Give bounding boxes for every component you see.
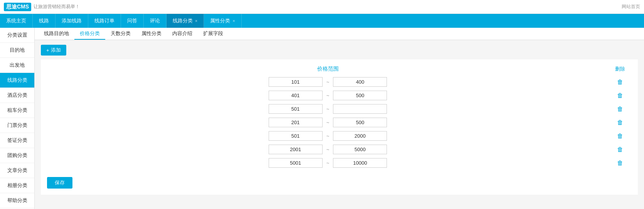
delete-icon-0[interactable]: 🗑 <box>617 79 623 86</box>
price-max-input-1[interactable] <box>333 91 387 100</box>
sub-tab-attr-category[interactable]: 属性分类 <box>136 28 167 40</box>
sidebar-item-group-buy[interactable]: 团购分类 <box>0 148 34 163</box>
price-header: 价格范围 删除 <box>47 66 632 72</box>
price-max-input-2[interactable] <box>333 104 387 114</box>
price-min-input-3[interactable] <box>269 118 323 127</box>
price-row: ~ 🗑 <box>47 91 632 100</box>
delete-col-3: 🗑 <box>609 119 632 126</box>
nav-item-review[interactable]: 评论 <box>144 14 166 28</box>
price-row: ~ 🗑 <box>47 145 632 154</box>
price-sep-3: ~ <box>326 120 330 125</box>
delete-col-4: 🗑 <box>609 133 632 140</box>
sub-tab-route-destination[interactable]: 线路目的地 <box>39 28 74 40</box>
price-section: 价格范围 删除 ~ 🗑 <box>41 59 638 195</box>
sub-tab-price-category[interactable]: 价格分类 <box>74 28 105 40</box>
price-row: ~ 🗑 <box>47 131 632 141</box>
delete-col-5: 🗑 <box>609 146 632 153</box>
price-max-input-6[interactable] <box>333 158 387 168</box>
sidebar: 分类设置 目的地 出发地 线路分类 酒店分类 租车分类 门票分类 签证分类 团购… <box>0 28 35 209</box>
nav-item-route-category[interactable]: 线路分类 × <box>166 14 204 28</box>
price-min-input-2[interactable] <box>269 104 323 114</box>
nav-item-add-route[interactable]: 添加线路 <box>55 14 88 28</box>
price-row: ~ 🗑 <box>47 77 632 87</box>
delete-icon-3[interactable]: 🗑 <box>617 119 623 126</box>
nav-item-attr-category[interactable]: 属性分类 × <box>204 14 241 28</box>
sidebar-item-album-category[interactable]: 相册分类 <box>0 178 34 193</box>
close-route-category-icon[interactable]: × <box>195 19 197 23</box>
price-max-input-5[interactable] <box>333 145 387 154</box>
price-min-input-5[interactable] <box>269 145 323 154</box>
price-sep-4: ~ <box>326 133 330 139</box>
plus-icon: + <box>46 47 49 53</box>
logo-tagline: 让旅游营销轻而易举！ <box>34 3 80 10</box>
delete-icon-6[interactable]: 🗑 <box>617 160 623 167</box>
nav-item-route-order[interactable]: 线路订单 <box>88 14 121 28</box>
price-min-input-0[interactable] <box>269 77 323 87</box>
delete-icon-1[interactable]: 🗑 <box>617 92 623 99</box>
logo-icon: 思途CMS <box>4 3 31 11</box>
add-button[interactable]: + 添加 <box>41 45 66 56</box>
sub-tab-intro[interactable]: 内容介绍 <box>167 28 198 40</box>
delete-header-label: 删除 <box>609 66 632 72</box>
sidebar-item-article-category[interactable]: 文章分类 <box>0 163 34 178</box>
sidebar-item-departure[interactable]: 出发地 <box>0 58 34 73</box>
price-sep-0: ~ <box>326 79 330 85</box>
sidebar-item-visa-category[interactable]: 签证分类 <box>0 133 34 148</box>
sidebar-item-hotel-category[interactable]: 酒店分类 <box>0 88 34 103</box>
sub-tab-extend-fields[interactable]: 扩展字段 <box>198 28 229 40</box>
main-nav: 系统主页 线路 添加线路 线路订单 问答 评论 线路分类 × 属性分类 × <box>0 14 644 28</box>
nav-item-home[interactable]: 系统主页 <box>0 14 33 28</box>
price-max-input-3[interactable] <box>333 118 387 127</box>
price-row: ~ 🗑 <box>47 158 632 168</box>
delete-col-2: 🗑 <box>609 106 632 113</box>
logo: 思途CMS 让旅游营销轻而易举！ <box>4 3 80 11</box>
sidebar-item-destination[interactable]: 目的地 <box>0 43 34 58</box>
price-sep-6: ~ <box>326 160 330 166</box>
price-min-input-4[interactable] <box>269 131 323 141</box>
price-max-input-0[interactable] <box>333 77 387 87</box>
delete-icon-2[interactable]: 🗑 <box>617 106 623 113</box>
sub-tab-days-category[interactable]: 天数分类 <box>105 28 136 40</box>
close-attr-category-icon[interactable]: × <box>232 19 235 23</box>
price-section-title: 价格范围 <box>47 66 609 72</box>
nav-item-route[interactable]: 线路 <box>33 14 55 28</box>
top-header: 思途CMS 让旅游营销轻而易举！ 网站首页 <box>0 0 644 14</box>
price-min-input-1[interactable] <box>269 91 323 100</box>
price-max-input-4[interactable] <box>333 131 387 141</box>
nav-item-qa[interactable]: 问答 <box>121 14 144 28</box>
sidebar-item-ticket-category[interactable]: 门票分类 <box>0 118 34 133</box>
sidebar-item-help-category[interactable]: 帮助分类 <box>0 193 34 208</box>
delete-icon-5[interactable]: 🗑 <box>617 146 623 153</box>
content-wrapper: 分类设置 目的地 出发地 线路分类 酒店分类 租车分类 门票分类 签证分类 团购… <box>0 28 644 209</box>
price-row: ~ 🗑 <box>47 104 632 114</box>
delete-col-1: 🗑 <box>609 92 632 99</box>
sidebar-item-route-category[interactable]: 线路分类 <box>0 73 34 88</box>
main-area: 线路目的地 价格分类 天数分类 属性分类 内容介绍 扩展字段 + 添加 <box>35 28 644 209</box>
delete-col-6: 🗑 <box>609 160 632 167</box>
price-sep-5: ~ <box>326 147 330 152</box>
price-row: ~ 🗑 <box>47 118 632 127</box>
inner-content: + 添加 价格范围 删除 ~ 🗑 <box>35 40 644 199</box>
delete-col-0: 🗑 <box>609 79 632 86</box>
price-sep-2: ~ <box>326 106 330 112</box>
sidebar-item-car-category[interactable]: 租车分类 <box>0 103 34 118</box>
save-button[interactable]: 保存 <box>47 177 72 189</box>
sidebar-item-category-setting[interactable]: 分类设置 <box>0 28 34 43</box>
sub-tabs: 线路目的地 价格分类 天数分类 属性分类 内容介绍 扩展字段 <box>35 28 644 40</box>
top-right-link[interactable]: 网站首页 <box>622 3 640 10</box>
price-min-input-6[interactable] <box>269 158 323 168</box>
price-sep-1: ~ <box>326 93 330 98</box>
delete-icon-4[interactable]: 🗑 <box>617 133 623 140</box>
